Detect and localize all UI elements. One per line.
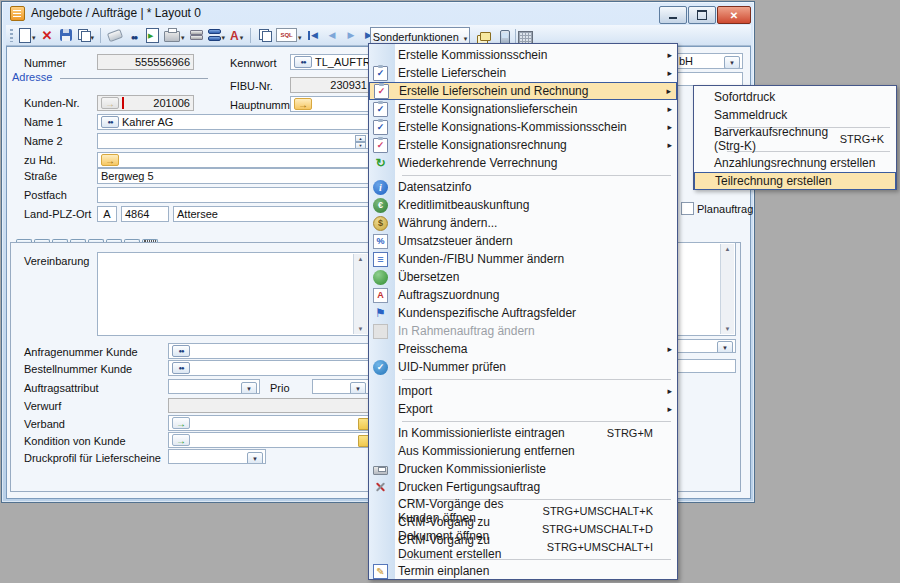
- submenu-arrow-icon: ▸: [667, 404, 672, 414]
- dropdown-button[interactable]: [724, 56, 740, 69]
- planauftrag-checkbox[interactable]: [681, 202, 694, 215]
- name1-field[interactable]: Kahrer AG: [97, 114, 369, 130]
- menu-item[interactable]: Preisschema ▸: [369, 340, 677, 358]
- menu-item[interactable]: Wiederkehrende Verrechnung ▸: [369, 154, 677, 172]
- kennwort-field[interactable]: TL_AUFTRAG: [290, 54, 370, 70]
- kondition-field[interactable]: [168, 432, 369, 448]
- print-button[interactable]: [164, 26, 185, 44]
- import-button[interactable]: [145, 26, 160, 44]
- dropdown-button[interactable]: [241, 382, 257, 394]
- menu-item[interactable]: Termin einplanen ▸: [369, 562, 677, 580]
- close-button[interactable]: [717, 6, 751, 24]
- menu-item[interactable]: Datensatzinfo ▸: [369, 178, 677, 196]
- menu-item[interactable]: Kreditlimitbeauskunftung ▸: [369, 196, 677, 214]
- nav-previous-button[interactable]: [325, 26, 340, 44]
- delete-button[interactable]: [40, 26, 55, 44]
- submenu-item[interactable]: Sammeldruck: [694, 106, 896, 124]
- menu-item[interactable]: In Kommissionierliste eintragen STRG+M ▸: [369, 424, 677, 442]
- nav-first-button[interactable]: [306, 26, 321, 44]
- submenu-item[interactable]: Barverkaufsrechnung (Strg-K) STRG+K: [694, 130, 896, 148]
- goto-arrow-icon[interactable]: [101, 154, 119, 166]
- nav-next-button[interactable]: [344, 26, 359, 44]
- font-a-icon: [230, 26, 239, 44]
- verband-field[interactable]: [168, 415, 369, 431]
- menu-item[interactable]: Kundenspezifische Auftragsfelder ▸: [369, 304, 677, 322]
- new-document-button[interactable]: [19, 26, 36, 44]
- submenu-item-label: Sammeldruck: [707, 108, 787, 122]
- anfragenummer-field[interactable]: [168, 343, 369, 359]
- menu-item[interactable]: Export ▸: [369, 400, 677, 418]
- menu-item[interactable]: Import ▸: [369, 382, 677, 400]
- menu-item[interactable]: Aus Kommissionierung entfernen ▸: [369, 442, 677, 460]
- ort-field[interactable]: Attersee: [173, 206, 369, 222]
- dropdown-button[interactable]: [350, 382, 366, 394]
- menu-item[interactable]: Drucken Fertigungsauftrag ▸: [369, 478, 677, 496]
- copy-pages-button[interactable]: [257, 26, 272, 44]
- vertical-scrollbar[interactable]: [353, 254, 367, 334]
- vertical-scrollbar[interactable]: [720, 244, 734, 334]
- minimize-button[interactable]: [659, 6, 687, 24]
- goto-arrow-icon[interactable]: [172, 434, 190, 446]
- sql-button[interactable]: SQL: [276, 26, 302, 44]
- postfach-field[interactable]: [97, 187, 369, 203]
- menu-item[interactable]: Drucken Kommissionierliste ▸: [369, 460, 677, 478]
- menu-item[interactable]: Erstelle Lieferschein ▸: [369, 64, 677, 82]
- search-binoculars-icon[interactable]: [172, 345, 190, 357]
- font-color-button[interactable]: [229, 26, 244, 44]
- menu-item[interactable]: Umsatzsteuer ändern ▸: [369, 232, 677, 250]
- auftragsattribut-dropdown[interactable]: [168, 379, 260, 394]
- split-view-button[interactable]: [208, 26, 226, 44]
- menu-item[interactable]: Erstelle Konsignationsrechnung ▸: [369, 136, 677, 154]
- goto-arrow-icon[interactable]: [101, 97, 119, 109]
- menu-item-label: In Kommissionierliste eintragen: [391, 426, 565, 440]
- kunden-nr-field[interactable]: 201006: [97, 95, 194, 111]
- zu-hd-field[interactable]: [97, 152, 369, 168]
- submenu-item[interactable]: Anzahlungsrechnung erstellen: [694, 154, 896, 172]
- search-binoculars-icon[interactable]: [294, 56, 312, 68]
- goto-arrow-icon[interactable]: [172, 417, 190, 429]
- menu-item[interactable]: Übersetzen ▸: [369, 268, 677, 286]
- search-button[interactable]: [126, 26, 141, 44]
- maximize-button[interactable]: [688, 6, 716, 24]
- menu-item[interactable]: In Rahmenauftrag ändern ▸: [369, 322, 677, 340]
- plz-field[interactable]: 4864: [121, 206, 169, 222]
- menu-item[interactable]: Erstelle Konsignationslieferschein ▸: [369, 100, 677, 118]
- menu-item[interactable]: CRM-Vorgang zu Dokument erstellen STRG+U…: [369, 538, 677, 556]
- strasse-field[interactable]: Bergweg 5: [97, 168, 369, 184]
- dropdown-button[interactable]: [717, 341, 733, 353]
- goto-arrow-icon[interactable]: [294, 98, 312, 110]
- menu-item-label: Aus Kommissionierung entfernen: [391, 444, 575, 458]
- fibu-nr-field[interactable]: 230931: [290, 77, 370, 93]
- druckprofil-label: Druckprofil für Lieferscheine: [24, 452, 161, 464]
- save-button[interactable]: [59, 26, 74, 44]
- search-binoculars-icon[interactable]: [101, 116, 119, 128]
- vereinbarung-textarea[interactable]: [97, 252, 369, 336]
- name2-field[interactable]: ▲▼: [97, 133, 369, 149]
- verwurf-field[interactable]: [168, 398, 369, 413]
- menu-item[interactable]: Kunden-/FIBU Nummer ändern ▸: [369, 250, 677, 268]
- land-field[interactable]: A: [97, 206, 117, 222]
- toolbar-grip[interactable]: [10, 29, 13, 42]
- menu-item[interactable]: UID-Nummer prüfen ▸: [369, 358, 677, 376]
- nummer-field[interactable]: 555556966: [97, 54, 194, 70]
- prio-dropdown[interactable]: [312, 379, 369, 394]
- kennwort-label: Kennwort: [230, 57, 276, 69]
- druckprofil-dropdown[interactable]: [168, 449, 266, 464]
- titlebar[interactable]: Angebote / Aufträge | * Layout 0: [2, 2, 754, 24]
- hauptnummer-field[interactable]: [290, 96, 370, 112]
- menu-item[interactable]: Auftragszuordnung ▸: [369, 286, 677, 304]
- copy-button[interactable]: [78, 26, 95, 44]
- layers-button[interactable]: [189, 26, 204, 44]
- search-binoculars-icon[interactable]: [172, 362, 190, 374]
- menu-item[interactable]: Erstelle Lieferschein und Rechnung ▸: [369, 82, 677, 100]
- menu-item[interactable]: Erstelle Konsignations-Kommissionsschein…: [369, 118, 677, 136]
- eraser-button[interactable]: [107, 26, 122, 44]
- dropdown-caret-icon: [463, 31, 468, 43]
- spinner-control[interactable]: ▲▼: [355, 135, 366, 148]
- dropdown-button[interactable]: [247, 452, 263, 464]
- submenu-item[interactable]: Teilrechnung erstellen: [694, 172, 896, 190]
- bestellnummer-field[interactable]: [168, 360, 369, 376]
- menu-item[interactable]: Erstelle Kommissionsschein ▸: [369, 46, 677, 64]
- submenu-item[interactable]: Sofortdruck: [694, 88, 896, 106]
- menu-item[interactable]: Währung ändern... ▸: [369, 214, 677, 232]
